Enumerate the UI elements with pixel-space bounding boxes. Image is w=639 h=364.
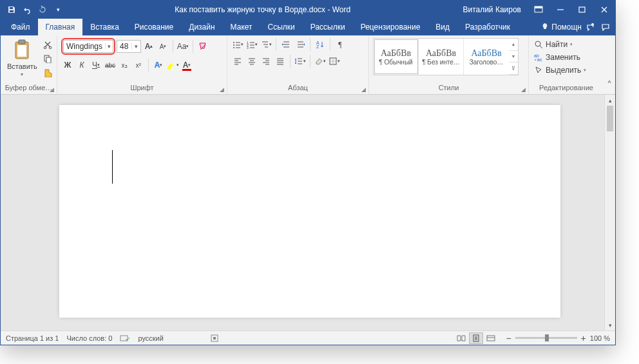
qat-customize-icon[interactable]: ▾ xyxy=(52,4,64,15)
style-scroll-more-icon[interactable]: ⊽ xyxy=(509,62,518,75)
copy-button[interactable] xyxy=(41,52,54,65)
tab-file[interactable]: Файл xyxy=(3,19,38,35)
save-icon[interactable] xyxy=(6,4,17,15)
user-name[interactable]: Виталий Каиров xyxy=(456,5,528,14)
comments-icon[interactable] xyxy=(601,23,610,32)
replace-button[interactable]: abac Заменить xyxy=(533,51,582,64)
tab-layout[interactable]: Макет xyxy=(223,19,260,35)
justify-button[interactable] xyxy=(274,55,287,68)
borders-button[interactable]: ▾ xyxy=(328,55,341,68)
zoom-out-icon[interactable]: − xyxy=(506,333,511,343)
shading-button[interactable]: ▾ xyxy=(314,55,327,68)
ribbon-tabs: Файл Главная Вставка Рисование Дизайн Ма… xyxy=(1,19,615,35)
language[interactable]: русский xyxy=(138,334,163,342)
bullets-button[interactable]: ▾ xyxy=(231,38,244,51)
subscript-button[interactable]: x₂ xyxy=(118,59,131,72)
bold-button[interactable]: Ж xyxy=(61,59,74,72)
vertical-scrollbar[interactable]: ▴ ▾ xyxy=(604,95,615,330)
zoom-level[interactable]: 100 % xyxy=(590,334,610,342)
multilevel-list-button[interactable]: ▾ xyxy=(260,38,272,51)
line-spacing-button[interactable]: ▾ xyxy=(294,55,307,68)
undo-icon[interactable] xyxy=(21,4,33,15)
tab-draw[interactable]: Рисование xyxy=(127,19,181,35)
clipboard-dialog-launcher-icon[interactable]: ◢ xyxy=(50,86,54,93)
page-count[interactable]: Страница 1 из 1 xyxy=(6,334,59,342)
text-effects-button[interactable]: A▾ xyxy=(152,59,165,72)
grow-font-button[interactable]: A▴ xyxy=(142,40,155,53)
scroll-track[interactable] xyxy=(605,131,615,320)
highlight-button[interactable]: ▾ xyxy=(166,59,179,72)
zoom-in-icon[interactable]: + xyxy=(581,333,586,343)
style-no-spacing[interactable]: АаБбВв ¶ Без инте… xyxy=(419,39,464,75)
tab-references[interactable]: Ссылки xyxy=(260,19,303,35)
sort-button[interactable]: AZ xyxy=(314,38,327,51)
maximize-icon[interactable] xyxy=(571,1,593,19)
tab-review[interactable]: Рецензирование xyxy=(353,19,428,35)
word-count[interactable]: Число слов: 0 xyxy=(66,334,112,342)
document-area[interactable]: ▴ ▾ xyxy=(1,95,615,330)
share-icon[interactable] xyxy=(587,23,596,32)
window-title: Как поставить жирную точку в Ворде.docx … xyxy=(69,5,456,14)
tab-mailings[interactable]: Рассылки xyxy=(303,19,353,35)
align-left-button[interactable] xyxy=(231,55,244,68)
tab-insert[interactable]: Вставка xyxy=(82,19,127,35)
web-layout-icon[interactable] xyxy=(484,332,498,344)
svg-rect-3 xyxy=(579,7,585,12)
change-case-button[interactable]: Aa▾ xyxy=(176,40,189,53)
strikethrough-button[interactable]: abc xyxy=(104,59,117,72)
close-icon[interactable] xyxy=(593,1,615,19)
shrink-font-button[interactable]: A▾ xyxy=(157,40,169,53)
style-heading1[interactable]: АаБбВв Заголово… xyxy=(464,39,509,75)
font-size-value: 48 xyxy=(117,42,131,51)
tab-view[interactable]: Вид xyxy=(428,19,457,35)
group-paragraph-label: Абзац xyxy=(288,84,308,91)
scroll-thumb[interactable] xyxy=(607,106,613,131)
chevron-down-icon[interactable]: ▾ xyxy=(105,43,113,50)
tab-developer[interactable]: Разработчик xyxy=(457,19,518,35)
read-mode-icon[interactable] xyxy=(454,332,468,344)
zoom-knob[interactable] xyxy=(545,334,549,341)
print-layout-icon[interactable] xyxy=(469,332,483,344)
font-dialog-launcher-icon[interactable]: ◢ xyxy=(220,86,224,93)
clear-formatting-button[interactable] xyxy=(196,40,209,53)
tell-me[interactable]: Помощн xyxy=(541,23,582,32)
style-scroll-up-icon[interactable]: ▴ xyxy=(509,39,518,51)
align-right-button[interactable] xyxy=(260,55,272,68)
select-button[interactable]: Выделить▾ xyxy=(533,64,587,77)
paste-button[interactable]: Вставить ▾ xyxy=(5,38,40,79)
underline-button[interactable]: Ч▾ xyxy=(90,59,102,72)
scroll-down-icon[interactable]: ▾ xyxy=(605,320,615,330)
superscript-button[interactable]: x² xyxy=(132,59,145,72)
redo-icon[interactable] xyxy=(37,4,48,15)
find-button[interactable]: Найти▾ xyxy=(533,38,574,51)
styles-scroll[interactable]: ▴ ▾ ⊽ xyxy=(509,39,518,75)
increase-indent-button[interactable] xyxy=(294,38,307,51)
align-center-button[interactable] xyxy=(245,55,258,68)
font-size-combo[interactable]: 48 ▾ xyxy=(117,40,141,53)
chevron-down-icon[interactable]: ▾ xyxy=(131,43,140,50)
page[interactable] xyxy=(59,105,560,318)
decrease-indent-button[interactable] xyxy=(280,38,292,51)
styles-gallery[interactable]: АаБбВв ¶ Обычный АаБбВв ¶ Без инте… АаБб… xyxy=(373,38,519,75)
collapse-ribbon-icon[interactable]: ˄ xyxy=(604,35,615,94)
ribbon-display-icon[interactable] xyxy=(528,1,549,19)
show-marks-button[interactable]: ¶ xyxy=(334,38,347,51)
zoom-slider[interactable] xyxy=(515,337,577,339)
style-scroll-down-icon[interactable]: ▾ xyxy=(509,51,518,63)
spellcheck-icon[interactable] xyxy=(120,334,130,343)
tab-home[interactable]: Главная xyxy=(38,19,83,35)
style-normal[interactable]: АаБбВв ¶ Обычный xyxy=(374,39,419,75)
minimize-icon[interactable] xyxy=(549,1,571,19)
scroll-up-icon[interactable]: ▴ xyxy=(605,95,615,106)
group-font-label: Шрифт xyxy=(130,84,153,91)
format-painter-button[interactable] xyxy=(41,66,54,79)
font-name-combo[interactable]: Wingdings ▾ xyxy=(63,40,113,53)
styles-dialog-launcher-icon[interactable]: ◢ xyxy=(521,86,526,93)
paragraph-dialog-launcher-icon[interactable]: ◢ xyxy=(361,86,366,93)
numbering-button[interactable]: 123▾ xyxy=(245,38,258,51)
italic-button[interactable]: К xyxy=(75,59,88,72)
tab-design[interactable]: Дизайн xyxy=(181,19,222,35)
macro-icon[interactable] xyxy=(210,334,219,343)
cut-button[interactable] xyxy=(41,38,54,51)
font-color-button[interactable]: A▾ xyxy=(180,59,193,72)
